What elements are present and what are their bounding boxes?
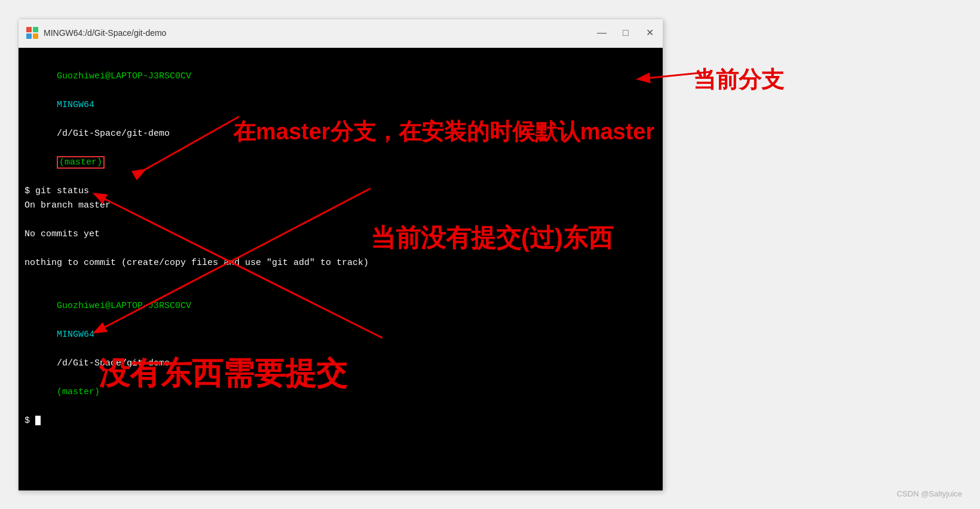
minimize-button[interactable]: —: [596, 27, 608, 39]
space-5: [57, 344, 62, 354]
terminal-body[interactable]: Guozhiwei@LAPTOP-J3RSC0CV MINGW64 /d/Git…: [19, 48, 663, 490]
title-bar: MINGW64:/d/Git-Space/git-demo — □ ✕: [19, 19, 663, 48]
terminal-line-4: [24, 213, 657, 227]
watermark: CSDN @Saltyjuice: [897, 489, 962, 498]
terminal-line-1: Guozhiwei@LAPTOP-J3RSC0CV MINGW64 /d/Git…: [24, 55, 657, 184]
svg-rect-2: [26, 33, 32, 39]
mingw-1: MINGW64: [57, 100, 94, 110]
branch-box-1: (master): [57, 156, 105, 169]
space-4: [57, 315, 62, 325]
mingw-2: MINGW64: [57, 330, 94, 340]
app-icon: [26, 26, 39, 39]
terminal-line-8: [24, 270, 657, 285]
space-2: [57, 114, 62, 124]
title-bar-left: MINGW64:/d/Git-Space/git-demo: [26, 26, 166, 39]
branch-2: (master): [57, 387, 100, 397]
svg-rect-3: [33, 33, 38, 39]
terminal-line-10: $: [24, 414, 657, 428]
space-3: [57, 143, 62, 153]
terminal-line-7: nothing to commit (create/copy files and…: [24, 256, 657, 270]
annotation-current-branch: 当前分支: [693, 65, 784, 95]
svg-rect-0: [26, 27, 32, 32]
space-1: [57, 86, 62, 96]
terminal-window: MINGW64:/d/Git-Space/git-demo — □ ✕ Guoz…: [18, 19, 663, 491]
terminal-line-9: Guozhiwei@LAPTOP-J3RSC0CV MINGW64 /d/Git…: [24, 285, 657, 414]
path-1: /d/Git-Space/git-demo: [57, 129, 170, 139]
terminal-line-5: No commits yet: [24, 227, 657, 242]
close-button[interactable]: ✕: [644, 27, 656, 39]
title-bar-controls: — □ ✕: [596, 27, 656, 39]
username-1: Guozhiwei@LAPTOP-J3RSC0CV: [57, 71, 191, 81]
terminal-line-6: [24, 242, 657, 256]
path-2: /d/Git-Space/git-demo: [57, 358, 170, 368]
space-6: [57, 373, 62, 383]
terminal-line-2: $ git status: [24, 184, 657, 199]
username-2: Guozhiwei@LAPTOP-J3RSC0CV: [57, 301, 191, 311]
window-title: MINGW64:/d/Git-Space/git-demo: [44, 28, 166, 38]
terminal-line-3: On branch master: [24, 199, 657, 213]
svg-rect-1: [33, 27, 38, 32]
maximize-button[interactable]: □: [620, 27, 632, 39]
